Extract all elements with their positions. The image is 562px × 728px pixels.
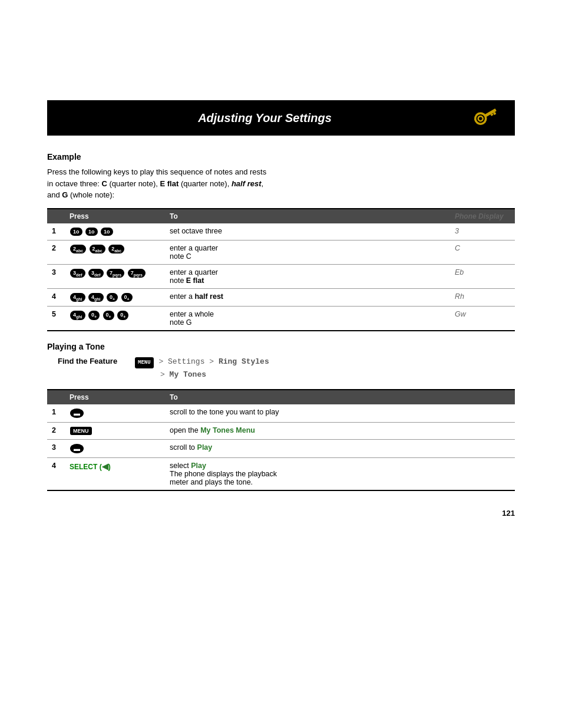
page: Adjusting Your Settings Example Press th… bbox=[0, 100, 562, 728]
key-button: 2abc bbox=[108, 245, 124, 254]
key-button: 7pqrs bbox=[107, 269, 124, 278]
row-keys: 4ghi 0+ 0+ 0+ bbox=[65, 307, 165, 331]
table-row: 2 MENU open the My Tones Menu bbox=[47, 423, 515, 440]
col-header-num bbox=[47, 390, 65, 404]
path-separator: > bbox=[158, 357, 168, 366]
key-button: 7pqrs bbox=[128, 269, 146, 278]
row-num: 2 bbox=[47, 240, 65, 264]
path-separator: > bbox=[209, 357, 219, 366]
content-area: Example Press the following keys to play… bbox=[47, 136, 515, 491]
row-display: Rh bbox=[450, 288, 515, 307]
row-keys: 2abc 2abc 2abc bbox=[65, 240, 165, 264]
key-button: 4ghi bbox=[70, 293, 85, 302]
row-key: ▬ bbox=[65, 440, 165, 458]
key-button: 4ghi bbox=[70, 311, 85, 320]
row-key: MENU bbox=[65, 423, 165, 440]
key-button: 0+ bbox=[107, 293, 118, 302]
col-header-phone: Phone Display bbox=[450, 209, 515, 223]
key-button: 2abc bbox=[70, 245, 86, 254]
key-button: 0+ bbox=[121, 293, 133, 302]
row-num: 5 bbox=[47, 307, 65, 331]
col-header-press: Press bbox=[65, 390, 165, 404]
header-title: Adjusting Your Settings bbox=[59, 111, 471, 125]
row-num: 1 bbox=[47, 223, 65, 241]
row-to: set octave three bbox=[165, 223, 450, 241]
col-header-num bbox=[47, 209, 65, 223]
find-feature-section: Find the Feature MENU > Settings > Ring … bbox=[58, 356, 515, 381]
key-button: 1o bbox=[70, 228, 82, 236]
find-feature-path: MENU > Settings > Ring Styles > My Tones bbox=[134, 356, 269, 381]
row-num: 4 bbox=[47, 458, 65, 491]
play-text: Play bbox=[197, 443, 213, 452]
path-settings: Settings bbox=[168, 357, 204, 366]
row-num: 1 bbox=[47, 404, 65, 423]
row-key: SELECT (◀) bbox=[65, 458, 165, 491]
key-button: 0+ bbox=[103, 311, 114, 320]
row-to: select Play The phone displays the playb… bbox=[165, 458, 515, 491]
table-row: 4 4ghi 4ghi 0+ 0+ enter a half rest Rh bbox=[47, 288, 515, 307]
select-key: SELECT ( bbox=[70, 463, 102, 471]
row-to: enter a half rest bbox=[165, 288, 450, 307]
row-to: enter a quarternote C bbox=[165, 240, 450, 264]
key-button: 3def bbox=[70, 269, 85, 278]
example-table: Press To Phone Display 1 1o 1o 1o set oc… bbox=[47, 208, 515, 332]
intro-text-1: Press the following keys to play this se… bbox=[47, 167, 266, 176]
key-button: 4ghi bbox=[88, 293, 104, 302]
key-button: 1o bbox=[85, 228, 98, 236]
find-feature-label: Find the Feature bbox=[58, 356, 134, 365]
wrench-icon bbox=[471, 106, 503, 130]
svg-point-0 bbox=[473, 111, 488, 126]
row-display: C bbox=[450, 240, 515, 264]
row-keys: 3def 3def 7pqrs 7pqrs bbox=[65, 264, 165, 288]
table-row: 4 SELECT (◀) select Play The phone displ… bbox=[47, 458, 515, 491]
row-keys: 4ghi 4ghi 0+ 0+ bbox=[65, 288, 165, 307]
table-row: 3 ▬ scroll to Play bbox=[47, 440, 515, 458]
my-tones-menu-link: My Tones Menu bbox=[200, 426, 255, 434]
row-num: 2 bbox=[47, 423, 65, 440]
intro-text-2: in octave three: C (quarter note), E fla… bbox=[47, 179, 263, 188]
scroll-button: ▬ bbox=[70, 409, 84, 418]
table-row: 2 2abc 2abc 2abc enter a quarternote C C bbox=[47, 240, 515, 264]
row-to: enter a wholenote G bbox=[165, 307, 450, 331]
scroll-button: ▬ bbox=[70, 444, 84, 453]
path-indent: > bbox=[160, 370, 170, 379]
row-to: enter a quarternote E flat bbox=[165, 264, 450, 288]
key-button: 1o bbox=[101, 228, 113, 236]
key-button: 3def bbox=[88, 269, 104, 278]
intro-text-3: and G (whole note): bbox=[47, 190, 114, 199]
key-button: 0+ bbox=[88, 311, 100, 320]
intro-paragraph: Press the following keys to play this se… bbox=[47, 166, 515, 201]
row-to: scroll to the tone you want to play bbox=[165, 404, 515, 423]
row-display: 3 bbox=[450, 223, 515, 241]
row-key: ▬ bbox=[65, 404, 165, 423]
col-header-to: To bbox=[165, 209, 450, 223]
example-heading: Example bbox=[47, 152, 515, 162]
playing-tone-heading: Playing a Tone bbox=[47, 342, 515, 351]
row-num: 4 bbox=[47, 288, 65, 307]
page-number-value: 121 bbox=[502, 509, 515, 518]
playing-tone-table: Press To 1 ▬ scroll to the tone you want… bbox=[47, 389, 515, 491]
row-keys: 1o 1o 1o bbox=[65, 223, 165, 241]
table-row: 3 3def 3def 7pqrs 7pqrs enter a quartern… bbox=[47, 264, 515, 288]
playback-note: The phone displays the playbackmeter and… bbox=[170, 470, 277, 486]
header-banner: Adjusting Your Settings bbox=[47, 100, 515, 136]
page-number: 121 bbox=[0, 509, 515, 518]
row-to: open the My Tones Menu bbox=[165, 423, 515, 440]
row-display: Gw bbox=[450, 307, 515, 331]
menu-key-button: MENU bbox=[70, 427, 92, 435]
col-header-press: Press bbox=[65, 209, 165, 223]
row-num: 3 bbox=[47, 264, 65, 288]
select-key-close: ) bbox=[108, 463, 111, 471]
col-header-to: To bbox=[165, 390, 515, 404]
key-button: 0+ bbox=[117, 311, 128, 320]
row-display: Eb bbox=[450, 264, 515, 288]
svg-point-1 bbox=[477, 116, 484, 122]
table-row: 1 1o 1o 1o set octave three 3 bbox=[47, 223, 515, 241]
play-text: Play bbox=[191, 462, 206, 470]
table-row: 1 ▬ scroll to the tone you want to play bbox=[47, 404, 515, 423]
table-header-row: Press To Phone Display bbox=[47, 209, 515, 223]
table-header-row: Press To bbox=[47, 390, 515, 404]
path-ring-styles: Ring Styles bbox=[219, 357, 269, 366]
menu-key-button: MENU bbox=[135, 357, 154, 368]
row-to: scroll to Play bbox=[165, 440, 515, 458]
